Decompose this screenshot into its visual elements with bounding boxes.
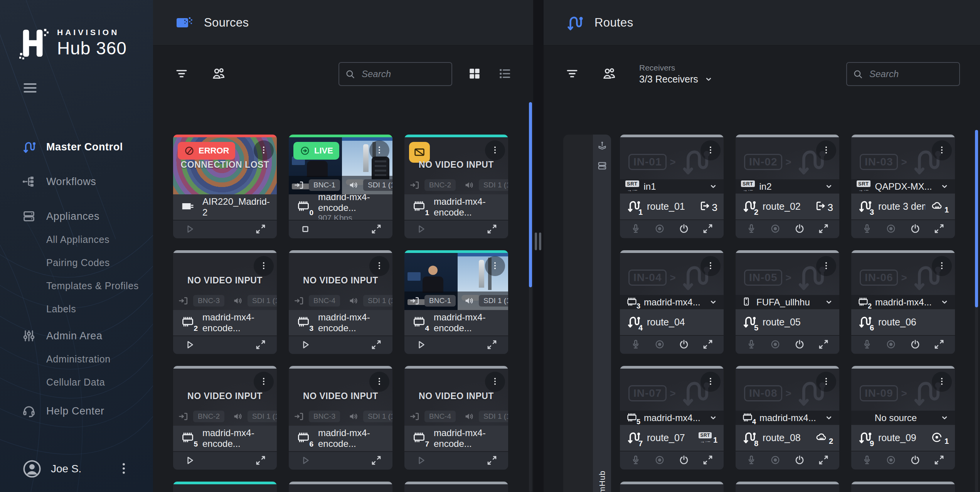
- expand-button[interactable]: [815, 453, 832, 468]
- mic-button[interactable]: [859, 221, 876, 237]
- expand-button[interactable]: [699, 337, 716, 352]
- expand-button[interactable]: [815, 337, 832, 352]
- sidebar-item-workflows[interactable]: Workflows: [0, 170, 153, 193]
- expand-button[interactable]: [368, 222, 385, 237]
- mic-button[interactable]: [627, 337, 644, 352]
- sources-search-input[interactable]: [338, 62, 452, 86]
- route-card[interactable]: IN-05 > FUFA_ullhhu 5 route_05: [736, 250, 839, 354]
- power-button[interactable]: [791, 337, 808, 352]
- list-view-button[interactable]: [496, 66, 513, 83]
- sidebar-item-master-control[interactable]: Master Control: [0, 135, 153, 158]
- route-source-selector[interactable]: SRT→·– in2: [736, 179, 839, 194]
- power-button[interactable]: [907, 221, 924, 237]
- sidebar-item-administration[interactable]: Administration: [0, 347, 153, 371]
- source-card[interactable]: NO VIDEO INPUT BNC-3 SDI 1 (1-2) 2 madri…: [173, 250, 277, 354]
- user-row[interactable]: Joe S.: [0, 457, 153, 481]
- route-source-selector[interactable]: SRT→·– QAPDX-MX...: [851, 179, 955, 194]
- route-card[interactable]: IN-06 > 2 madrid-mx4... 6 route_06: [851, 250, 955, 354]
- expand-button[interactable]: [483, 337, 500, 353]
- expand-button[interactable]: [931, 453, 948, 468]
- source-card[interactable]: NO VIDEO INPUT BNC-4 SDI 1 (1-2) 3 madri…: [289, 250, 392, 354]
- filter-button[interactable]: [564, 66, 581, 83]
- source-card[interactable]: NO VIDEO INPUT BNC-2 SDI 1 (1-2) 5 madri…: [173, 366, 277, 470]
- record-button[interactable]: [767, 453, 784, 468]
- mic-button[interactable]: [627, 453, 644, 468]
- sidebar-item-help-center[interactable]: Help Center: [0, 399, 153, 423]
- card-menu-button[interactable]: [369, 140, 389, 160]
- user-menu-button[interactable]: [116, 460, 131, 478]
- group-button[interactable]: [210, 66, 227, 83]
- server-button[interactable]: [596, 160, 608, 172]
- power-button[interactable]: [907, 337, 924, 352]
- expand-button[interactable]: [931, 221, 948, 237]
- route-card[interactable]: IN-08 > 4 madrid-mx4... 8 route_08 2: [736, 366, 839, 470]
- routes-scrollbar[interactable]: [975, 130, 978, 307]
- card-menu-button[interactable]: [932, 140, 952, 160]
- power-button[interactable]: [675, 337, 692, 352]
- route-source-selector[interactable]: 4 madrid-mx4...: [736, 411, 839, 425]
- source-card[interactable]: ERROR CONNECTION LOST AIR220_Madrid-2: [173, 135, 277, 238]
- route-source-selector[interactable]: 2 madrid-mx4...: [851, 295, 955, 309]
- mic-button[interactable]: [743, 221, 760, 237]
- source-card[interactable]: NO VIDEO INPUT BNC-3 SDI 1 (1-2) 6 madri…: [289, 366, 392, 470]
- expand-button[interactable]: [699, 453, 716, 468]
- route-source-selector[interactable]: 3 madrid-mx4...: [620, 295, 724, 309]
- source-card[interactable]: NO VIDEO INPUT BNC-4 SDI 1 (1-2) 7 madri…: [404, 366, 508, 470]
- expand-button[interactable]: [368, 453, 385, 468]
- route-card[interactable]: IN-01 > SRT→·– in1 1 route_01 3: [620, 135, 724, 238]
- filter-button[interactable]: [173, 66, 190, 83]
- route-card[interactable]: IN-04 > 3 madrid-mx4... 4 route_04: [620, 250, 724, 354]
- sources-scrollbar[interactable]: [529, 102, 532, 287]
- receivers-dropdown[interactable]: Receivers 3/3 Receivers: [639, 63, 714, 85]
- receiver-strip-bar[interactable]: StreamHub: [593, 135, 611, 492]
- card-menu-button[interactable]: [485, 372, 505, 392]
- card-menu-button[interactable]: [254, 140, 274, 160]
- power-button[interactable]: [791, 453, 808, 468]
- route-card[interactable]: IN-07 > 5 madrid-mx4... 7 route_07 SRT→·…: [620, 366, 724, 470]
- mic-button[interactable]: [743, 337, 760, 352]
- sidebar-item-cellular-data[interactable]: Cellular Data: [0, 371, 153, 394]
- record-button[interactable]: [882, 453, 899, 468]
- power-button[interactable]: [907, 453, 924, 468]
- sidebar-item-pairing-codes[interactable]: Pairing Codes: [0, 251, 153, 274]
- mic-button[interactable]: [743, 453, 760, 468]
- source-card[interactable]: BNC-1 SDI 1 (1-2) 4 madrid-mx4-encode...: [404, 250, 508, 354]
- grid-view-button[interactable]: [466, 66, 483, 83]
- expand-button[interactable]: [252, 337, 269, 353]
- expand-button[interactable]: [483, 222, 500, 237]
- card-menu-button[interactable]: [700, 140, 721, 160]
- card-menu-button[interactable]: [485, 256, 505, 276]
- play-button[interactable]: [181, 337, 198, 353]
- card-menu-button[interactable]: [816, 372, 836, 392]
- play-button[interactable]: [297, 453, 314, 468]
- group-button[interactable]: [601, 66, 618, 83]
- card-menu-button[interactable]: [932, 372, 952, 392]
- sidebar-item-appliances[interactable]: Appliances: [0, 205, 153, 228]
- route-source-selector[interactable]: No source: [851, 411, 955, 425]
- expand-button[interactable]: [815, 221, 832, 237]
- record-button[interactable]: [767, 337, 784, 352]
- route-source-selector[interactable]: FUFA_ullhhu: [736, 295, 839, 309]
- record-button[interactable]: [651, 337, 668, 352]
- expand-button[interactable]: [931, 337, 948, 352]
- power-button[interactable]: [675, 453, 692, 468]
- route-card[interactable]: IN-02 > SRT→·– in2 2 route_02 3: [736, 135, 839, 238]
- play-button[interactable]: [413, 337, 429, 353]
- route-card[interactable]: IN-09 > No source 9 route_09 1: [851, 366, 955, 470]
- play-button[interactable]: [181, 222, 198, 237]
- expand-button[interactable]: [368, 337, 385, 353]
- route-source-selector[interactable]: 5 madrid-mx4...: [620, 411, 724, 425]
- route-card[interactable]: IN-03 > SRT→·– QAPDX-MX... 3 route 3 dem…: [851, 135, 955, 238]
- hamburger-menu-button[interactable]: [22, 79, 39, 95]
- destination-button[interactable]: [596, 140, 608, 152]
- card-menu-button[interactable]: [700, 372, 721, 392]
- mic-button[interactable]: [859, 337, 876, 352]
- card-menu-button[interactable]: [816, 256, 836, 276]
- card-menu-button[interactable]: [485, 140, 505, 160]
- expand-button[interactable]: [699, 221, 716, 237]
- power-button[interactable]: [791, 221, 808, 237]
- record-button[interactable]: [651, 221, 668, 237]
- route-source-selector[interactable]: SRT→·– in1: [620, 179, 724, 194]
- play-button[interactable]: [297, 337, 314, 353]
- routes-search-input[interactable]: [846, 62, 960, 86]
